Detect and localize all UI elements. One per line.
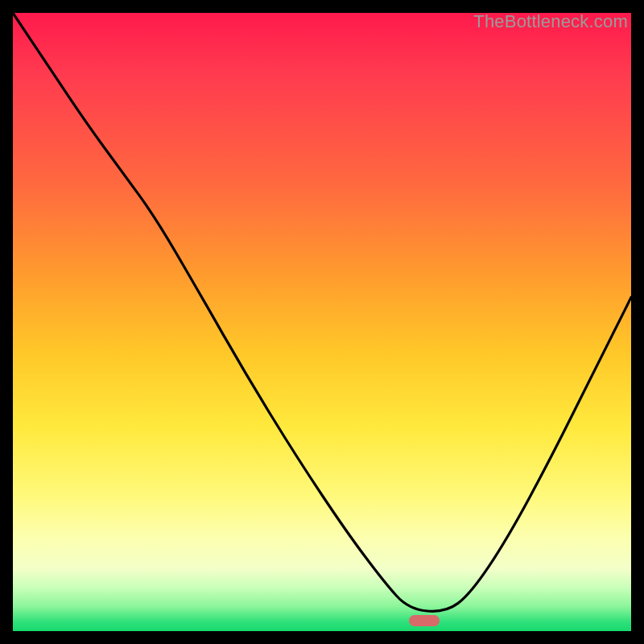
watermark-text: TheBottleneck.com <box>473 13 628 32</box>
plot-area: TheBottleneck.com <box>13 13 631 631</box>
optimal-point-marker <box>409 615 440 626</box>
bottleneck-curve <box>13 13 631 631</box>
chart-frame: TheBottleneck.com <box>0 0 644 644</box>
